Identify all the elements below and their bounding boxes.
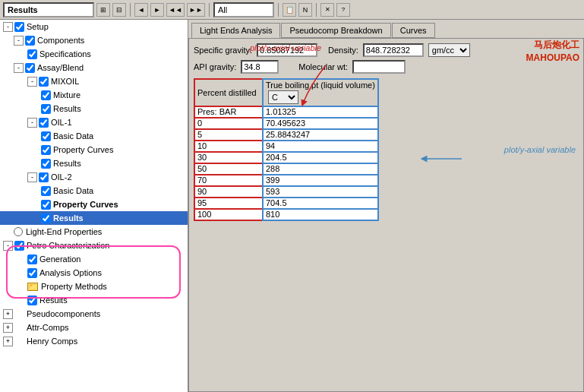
table-row-tbp-3[interactable]: 204.5 (263, 152, 379, 163)
check-oil2-propcurves[interactable] (41, 200, 51, 210)
check-oil1-basicdata[interactable] (41, 131, 51, 141)
check-generation[interactable] (27, 254, 37, 264)
check-mixture[interactable] (41, 90, 51, 100)
table-row-pct-3[interactable]: 30 (194, 152, 263, 163)
label-mixoil-results: Results (53, 104, 81, 113)
label-petro-results: Results (39, 296, 68, 305)
tree-item-propmethods[interactable]: 📁 Property Methods (0, 280, 188, 293)
table-row-tbp-6[interactable]: 593 (263, 186, 379, 198)
nav-fwd-btn[interactable]: ► (150, 3, 164, 17)
table-row-pct-2[interactable]: 10 (194, 141, 263, 152)
check-petro[interactable] (14, 241, 24, 251)
expander-henrycomps[interactable]: + (3, 337, 13, 346)
tree-item-setup[interactable]: - Setup (0, 20, 188, 33)
tree-item-oil2-basicdata[interactable]: Basic Data (0, 184, 188, 198)
table-row-pct-8[interactable]: 100 (194, 209, 263, 220)
tree-item-components[interactable]: - Components (0, 33, 188, 47)
icon-btn-6[interactable]: ? (336, 3, 350, 17)
tbp-unit-select[interactable]: C (268, 90, 298, 104)
table-row-tbp-2[interactable]: 94 (263, 141, 379, 152)
check-oil1-results[interactable] (41, 159, 51, 169)
expander-assay[interactable]: - (14, 63, 24, 73)
icon-btn-5[interactable]: ✕ (320, 3, 334, 17)
table-row-pct-4[interactable]: 50 (194, 163, 263, 175)
tab-curves[interactable]: Curves (392, 23, 435, 38)
check-components[interactable] (25, 36, 35, 46)
table-row-tbp-0[interactable]: 70.495623 (263, 118, 379, 129)
nav-last-btn[interactable]: ►► (187, 3, 205, 17)
table-row-tbp-1[interactable]: 25.8843247 (263, 129, 379, 141)
label-oil2: OIL-2 (51, 172, 72, 182)
tree-item-oil1-propcurves[interactable]: Property Curves (0, 143, 188, 156)
expander-petro[interactable]: - (3, 241, 13, 251)
table-row-tbp-8[interactable]: 810 (263, 209, 379, 220)
icon-btn-3[interactable]: 📋 (283, 3, 296, 17)
check-oil1[interactable] (39, 118, 49, 128)
tree-item-oil1-basicdata[interactable]: Basic Data (0, 129, 188, 143)
check-specifications[interactable] (27, 49, 37, 59)
density-input[interactable] (363, 43, 424, 57)
tree-item-oil2[interactable]: - OIL-2 (0, 170, 188, 184)
tree-item-henrycomps[interactable]: + Henry Comps (0, 334, 188, 348)
check-oil1-propcurves[interactable] (41, 145, 51, 155)
check-oil2-basicdata[interactable] (41, 186, 51, 196)
tree-item-attrcomps[interactable]: + Attr-Comps (0, 321, 188, 334)
expander-mixoil[interactable]: - (27, 77, 37, 87)
check-assay[interactable] (25, 63, 35, 73)
pres-value-cell[interactable]: 1.01325 (263, 106, 379, 118)
label-generation: Generation (39, 254, 80, 264)
check-oil2-results[interactable] (41, 213, 51, 223)
table-row-pct-0[interactable]: 0 (194, 118, 263, 129)
radio-lightend[interactable] (14, 227, 23, 236)
nav-back-btn[interactable]: ◄ (134, 3, 148, 17)
expander-setup[interactable]: - (3, 22, 13, 32)
tree-item-lightend[interactable]: Light-End Properties (0, 225, 188, 239)
tree-item-oil2-results[interactable]: Results (0, 211, 188, 225)
tree-item-mixoil-results[interactable]: Results (0, 102, 188, 115)
tab-content: Specific gravity: Density: gm/cc API gra… (188, 38, 584, 392)
table-row-pct-7[interactable]: 95 (194, 198, 263, 209)
api-gravity-input[interactable] (241, 60, 279, 74)
tree-item-generation[interactable]: Generation (0, 252, 188, 266)
all-dropdown[interactable]: All (213, 2, 274, 17)
table-row-pct-1[interactable]: 5 (194, 129, 263, 141)
table-row-tbp-5[interactable]: 399 (263, 175, 379, 186)
tree-item-pseudocomponents[interactable]: + Pseudocomponents (0, 307, 188, 321)
check-petro-results[interactable] (27, 296, 37, 305)
check-analysisoptions[interactable] (27, 268, 37, 278)
nav-first-btn[interactable]: ◄◄ (166, 3, 185, 17)
expander-attrcomps[interactable]: + (3, 323, 13, 333)
tab-light-ends[interactable]: Light Ends Analysis (191, 23, 280, 38)
expander-oil1[interactable]: - (27, 118, 37, 128)
tab-pseudocomp[interactable]: Pseudocomp Breakdown (281, 23, 390, 38)
tree-item-assayblend[interactable]: - Assay/Blend (0, 61, 188, 74)
label-henrycomps: Henry Comps (27, 337, 77, 346)
tree-item-oil1-results[interactable]: Results (0, 156, 188, 170)
tree-item-mixoil[interactable]: - MIXOIL (0, 74, 188, 88)
results-dropdown[interactable]: Results (3, 2, 94, 17)
table-row-tbp-7[interactable]: 704.5 (263, 198, 379, 209)
check-mixoil[interactable] (39, 77, 49, 87)
pres-label-cell: Pres: BAR (194, 106, 263, 118)
tree-item-oil1[interactable]: - OIL-1 (0, 115, 188, 129)
tree-item-petro[interactable]: - Petro Characterization (0, 239, 188, 252)
icon-btn-1[interactable]: ⊞ (96, 3, 110, 17)
icon-btn-4[interactable]: N (298, 3, 312, 17)
icon-btn-2[interactable]: ⊟ (112, 3, 126, 17)
tree-item-petro-results[interactable]: Results (0, 293, 188, 307)
expander-components[interactable]: - (14, 36, 24, 46)
expander-oil2[interactable]: - (27, 172, 37, 182)
density-unit-select[interactable]: gm/cc (428, 43, 470, 57)
check-mixoil-results[interactable] (41, 104, 51, 114)
check-setup[interactable] (14, 22, 24, 32)
table-row-tbp-4[interactable]: 288 (263, 163, 379, 175)
check-oil2[interactable] (39, 172, 49, 182)
tree-item-analysisoptions[interactable]: Analysis Options (0, 266, 188, 280)
mol-wt-input[interactable] (352, 60, 406, 74)
tree-item-oil2-propcurves[interactable]: Property Curves (0, 198, 188, 211)
table-row-pct-6[interactable]: 90 (194, 186, 263, 198)
tree-item-mixture[interactable]: Mixture (0, 88, 188, 102)
table-row-pct-5[interactable]: 70 (194, 175, 263, 186)
expander-pseudocomp[interactable]: + (3, 309, 13, 319)
tree-item-specifications[interactable]: Specifications (0, 47, 188, 61)
